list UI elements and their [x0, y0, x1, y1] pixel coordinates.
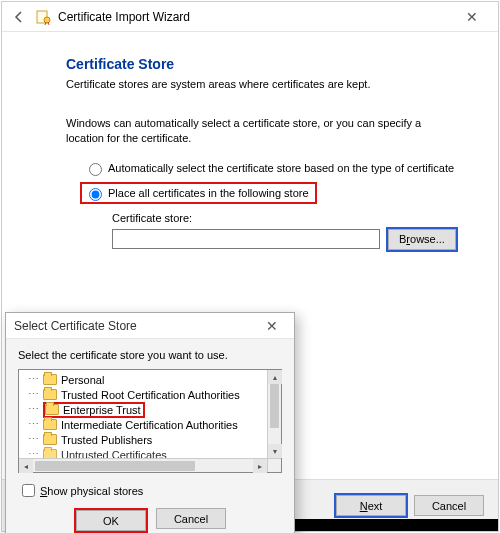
- content-area: Certificate Store Certificate stores are…: [2, 32, 498, 252]
- folder-icon: [45, 404, 59, 415]
- dialog-titlebar: Select Certificate Store ✕: [6, 313, 294, 339]
- browse-button[interactable]: Browse...: [388, 229, 456, 250]
- folder-icon: [43, 434, 57, 445]
- decorative-bar: [282, 519, 498, 531]
- tree-item-intermediate-ca[interactable]: ⋯Intermediate Certification Authorities: [23, 417, 267, 432]
- show-physical-checkbox[interactable]: Show physical stores: [18, 481, 282, 500]
- radio-auto-input[interactable]: [89, 163, 102, 176]
- radio-place-highlight: Place all certificates in the following …: [80, 182, 317, 204]
- tree-item-enterprise-trust[interactable]: ⋯Enterprise Trust: [23, 402, 267, 417]
- close-icon[interactable]: ✕: [452, 9, 492, 25]
- store-input[interactable]: [112, 229, 380, 249]
- page-heading: Certificate Store: [66, 56, 462, 72]
- page-subtext: Certificate stores are system areas wher…: [66, 78, 462, 90]
- radio-auto-label: Automatically select the certificate sto…: [108, 162, 454, 174]
- scroll-corner: [267, 458, 281, 472]
- folder-icon: [43, 449, 57, 458]
- dialog-close-icon[interactable]: ✕: [258, 318, 286, 334]
- radio-auto-select[interactable]: Automatically select the certificate sto…: [84, 160, 462, 176]
- select-store-dialog: Select Certificate Store ✕ Select the ce…: [5, 312, 295, 533]
- folder-icon: [43, 374, 57, 385]
- dialog-cancel-button[interactable]: Cancel: [156, 508, 226, 529]
- radio-place-input[interactable]: [89, 188, 102, 201]
- show-physical-input[interactable]: [22, 484, 35, 497]
- browse-highlight: Browse...: [386, 227, 458, 252]
- store-field-label: Certificate store:: [112, 212, 462, 224]
- folder-icon: [43, 389, 57, 400]
- folder-icon: [43, 419, 57, 430]
- radio-place-label: Place all certificates in the following …: [108, 187, 309, 199]
- scroll-up-icon[interactable]: ▴: [268, 370, 282, 384]
- wizard-window: Certificate Import Wizard ✕ Certificate …: [1, 1, 499, 532]
- next-button[interactable]: Next: [336, 495, 406, 516]
- enterprise-trust-highlight: Enterprise Trust: [43, 402, 145, 418]
- window-title: Certificate Import Wizard: [58, 10, 190, 24]
- certificate-icon: [36, 9, 52, 25]
- dialog-instruction: Select the certificate store you want to…: [18, 349, 282, 361]
- tree-item-trusted-publishers[interactable]: ⋯Trusted Publishers: [23, 432, 267, 447]
- scroll-right-icon[interactable]: ▸: [253, 459, 267, 473]
- horizontal-scrollbar[interactable]: ◂ ▸: [19, 458, 267, 472]
- cancel-button[interactable]: Cancel: [414, 495, 484, 516]
- vertical-scrollbar[interactable]: ▴ ▾: [267, 370, 281, 458]
- scroll-thumb-h[interactable]: [35, 461, 195, 471]
- radio-place-all[interactable]: Place all certificates in the following …: [84, 185, 309, 201]
- store-block: Certificate store: Browse...: [112, 212, 462, 252]
- scroll-thumb[interactable]: [270, 384, 279, 428]
- ok-button[interactable]: OK: [76, 510, 146, 531]
- back-button[interactable]: [8, 6, 30, 28]
- scroll-down-icon[interactable]: ▾: [268, 444, 282, 458]
- store-tree: ⋯Personal ⋯Trusted Root Certification Au…: [18, 369, 282, 473]
- svg-point-1: [44, 17, 50, 23]
- instruction-text: Windows can automatically select a certi…: [66, 116, 462, 146]
- titlebar: Certificate Import Wizard ✕: [2, 2, 498, 32]
- tree-item-trusted-root[interactable]: ⋯Trusted Root Certification Authorities: [23, 387, 267, 402]
- ok-highlight: OK: [74, 508, 148, 533]
- tree-item-personal[interactable]: ⋯Personal: [23, 372, 267, 387]
- tree-item-untrusted[interactable]: ⋯Untrusted Certificates: [23, 447, 267, 458]
- dialog-title: Select Certificate Store: [14, 319, 137, 333]
- scroll-left-icon[interactable]: ◂: [19, 459, 33, 473]
- next-highlight: Next: [334, 493, 408, 518]
